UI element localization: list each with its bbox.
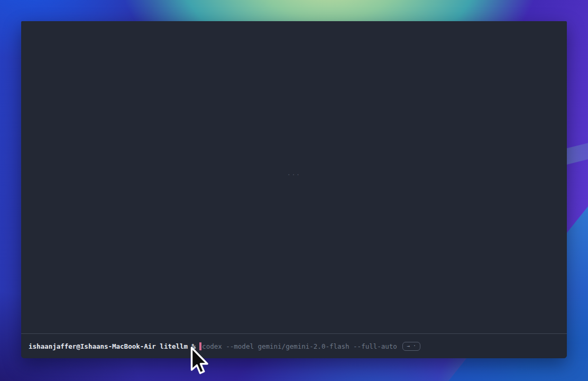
prompt-symbol: % bbox=[192, 342, 196, 350]
prompt-space bbox=[188, 342, 192, 350]
prompt-directory: litellm bbox=[160, 342, 188, 350]
prompt-user-host: ishaanjaffer@Ishaans-MacBook-Air bbox=[29, 342, 156, 350]
desktop-wallpaper: ··· ishaanjaffer@Ishaans-MacBook-Air lit… bbox=[0, 0, 588, 381]
text-cursor bbox=[199, 342, 201, 350]
accept-suggestion-hint-badge[interactable]: → · bbox=[402, 342, 420, 351]
command-input-bar[interactable]: ishaanjaffer@Ishaans-MacBook-Air litellm… bbox=[21, 334, 567, 358]
autosuggestion-text: codex --model gemini/gemini-2.0-flash --… bbox=[202, 342, 397, 350]
prompt-space bbox=[156, 342, 160, 350]
terminal-window[interactable]: ··· ishaanjaffer@Ishaans-MacBook-Air lit… bbox=[21, 21, 567, 358]
loading-indicator: ··· bbox=[287, 171, 301, 178]
terminal-output-area: ··· bbox=[21, 21, 567, 333]
